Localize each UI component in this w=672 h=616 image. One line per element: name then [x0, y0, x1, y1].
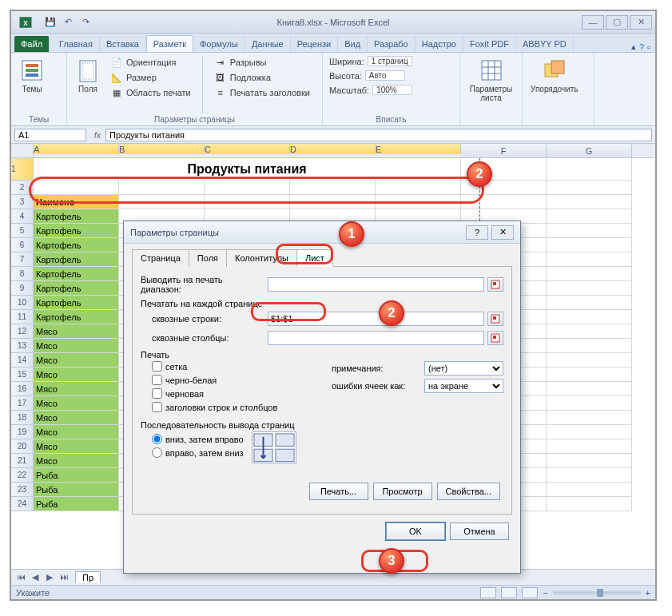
arrange-button[interactable]: Упорядочить	[529, 56, 580, 95]
formula-bar[interactable]	[105, 129, 652, 141]
close-button[interactable]: ✕	[630, 15, 652, 30]
col-D[interactable]: D	[290, 144, 376, 154]
dlg-tab-sheet[interactable]: Лист	[296, 249, 333, 267]
ribbon-close-icon[interactable]: ▫	[647, 42, 650, 52]
callout-1: 1	[339, 221, 364, 247]
qat-redo-icon[interactable]: ↷	[78, 15, 93, 30]
cols-repeat-ref-button[interactable]	[487, 331, 503, 345]
dialog-close-button[interactable]: ✕	[491, 225, 514, 240]
errors-select[interactable]: на экране	[424, 379, 503, 393]
dlg-tab-margins[interactable]: Поля	[189, 249, 227, 267]
dialog-title: Параметры страницы	[130, 228, 466, 237]
chk-draft[interactable]	[152, 388, 162, 399]
view-break-icon[interactable]	[522, 587, 538, 598]
sheet-nav-first-icon[interactable]: ⏮	[14, 572, 27, 582]
scale-percent[interactable]: Масштаб: 100%	[329, 85, 412, 95]
tab-view[interactable]: Вид	[338, 36, 368, 52]
print-group-label: Печать	[141, 350, 503, 360]
group-pagesetup-label: Параметры страницы	[74, 113, 316, 124]
btn-props[interactable]: Свойства...	[437, 483, 500, 500]
printtitles-icon: ≡	[214, 86, 227, 99]
col-A[interactable]: A	[34, 144, 119, 154]
view-normal-icon[interactable]	[480, 587, 496, 598]
ribbon-tabs: Файл Главная Вставка Разметк Формулы Дан…	[11, 34, 655, 53]
col-C[interactable]: C	[205, 144, 290, 154]
rows-repeat-input[interactable]	[268, 312, 484, 326]
margins-icon	[75, 58, 101, 83]
sheet-nav-prev-icon[interactable]: ◀	[29, 572, 42, 582]
print-range-label: Выводить на печать диапазон:	[141, 275, 264, 294]
col-B[interactable]: B	[119, 144, 205, 154]
qat-save-icon[interactable]: 💾	[43, 15, 58, 30]
minimize-ribbon-icon[interactable]: ▴	[631, 42, 636, 52]
svg-text:X: X	[23, 19, 28, 26]
breaks-button[interactable]: ⇥Разрывы	[214, 56, 310, 69]
tab-formulas[interactable]: Формулы	[193, 36, 245, 52]
chk-bw[interactable]	[152, 375, 162, 385]
orientation-icon: 📄	[110, 56, 123, 69]
print-range-input[interactable]	[268, 277, 484, 292]
radio-down[interactable]	[152, 434, 162, 444]
tab-pagelayout[interactable]: Разметк	[146, 35, 193, 52]
chk-grid[interactable]	[152, 361, 162, 372]
rows-repeat-label: сквозные строки:	[141, 314, 264, 324]
btn-cancel[interactable]: Отмена	[450, 523, 509, 540]
zoom-out-icon[interactable]: −	[543, 588, 547, 598]
status-text: Укажите	[16, 588, 50, 598]
size-button[interactable]: 📐Размер	[110, 71, 191, 84]
tab-abbyy[interactable]: ABBYY PD	[516, 36, 574, 52]
window-title: Книга8.xlsx - Microsoft Excel	[277, 18, 390, 27]
tab-data[interactable]: Данные	[245, 36, 291, 52]
order-group-label: Последовательность вывода страниц	[141, 420, 503, 430]
view-layout-icon[interactable]	[501, 587, 517, 598]
col-E[interactable]: E	[376, 144, 461, 154]
btn-preview[interactable]: Просмотр	[373, 483, 432, 500]
themes-button[interactable]: Темы	[18, 56, 46, 95]
cols-repeat-input[interactable]	[268, 331, 484, 345]
print-range-ref-button[interactable]	[487, 277, 503, 292]
svg-rect-9	[493, 282, 496, 285]
svg-rect-13	[493, 336, 496, 339]
name-box[interactable]	[14, 129, 86, 141]
sheet-nav-last-icon[interactable]: ⏭	[58, 572, 70, 582]
help-icon[interactable]: ?	[639, 42, 644, 52]
dlg-tab-headers[interactable]: Колонтитулы	[226, 249, 297, 267]
breaks-icon: ⇥	[214, 56, 227, 69]
tab-file[interactable]: Файл	[14, 36, 50, 52]
scale-height[interactable]: Высота: Авто	[329, 70, 412, 81]
printtitles-button[interactable]: ≡Печатать заголовки	[214, 86, 310, 99]
select-all-corner[interactable]	[11, 144, 34, 157]
dlg-tab-page[interactable]: Страница	[132, 249, 189, 267]
orientation-button[interactable]: 📄Ориентация	[110, 56, 191, 69]
dialog-help-button[interactable]: ?	[466, 225, 488, 240]
maximize-button[interactable]: ▢	[606, 15, 628, 30]
zoom-in-icon[interactable]: +	[646, 588, 650, 598]
sheet-tab-1[interactable]: Пр	[75, 571, 101, 583]
tab-addins[interactable]: Надстро	[416, 36, 463, 52]
tab-insert[interactable]: Вставка	[100, 36, 146, 52]
minimize-button[interactable]: —	[582, 15, 604, 30]
notes-select[interactable]: (нет)	[424, 361, 503, 376]
rows-repeat-ref-button[interactable]	[487, 312, 503, 326]
printarea-icon: ▦	[110, 86, 123, 99]
chk-headers[interactable]	[152, 402, 162, 412]
zoom-slider[interactable]	[553, 591, 641, 594]
sheet-nav-next-icon[interactable]: ▶	[43, 572, 56, 582]
col-G[interactable]: G	[547, 144, 632, 157]
scale-width[interactable]: Ширина: 1 страниц	[329, 56, 412, 66]
tab-review[interactable]: Рецензи	[291, 36, 339, 52]
printarea-button[interactable]: ▦Область печати	[110, 86, 191, 99]
qat-undo-icon[interactable]: ↶	[61, 15, 75, 30]
btn-print[interactable]: Печать...	[309, 483, 368, 500]
background-button[interactable]: 🖼Подложка	[214, 71, 310, 84]
btn-ok[interactable]: OK	[386, 523, 445, 540]
margins-button[interactable]: Поля	[74, 56, 102, 95]
tab-foxit[interactable]: Foxit PDF	[463, 36, 516, 52]
tab-developer[interactable]: Разрабо	[368, 36, 416, 52]
radio-right[interactable]	[152, 447, 162, 458]
fx-icon[interactable]: fx	[89, 130, 105, 140]
col-F[interactable]: F	[461, 144, 547, 157]
tab-home[interactable]: Главная	[53, 36, 100, 52]
callout-3: 3	[379, 548, 404, 574]
sheet-options-button[interactable]: Параметры листа	[467, 56, 515, 104]
